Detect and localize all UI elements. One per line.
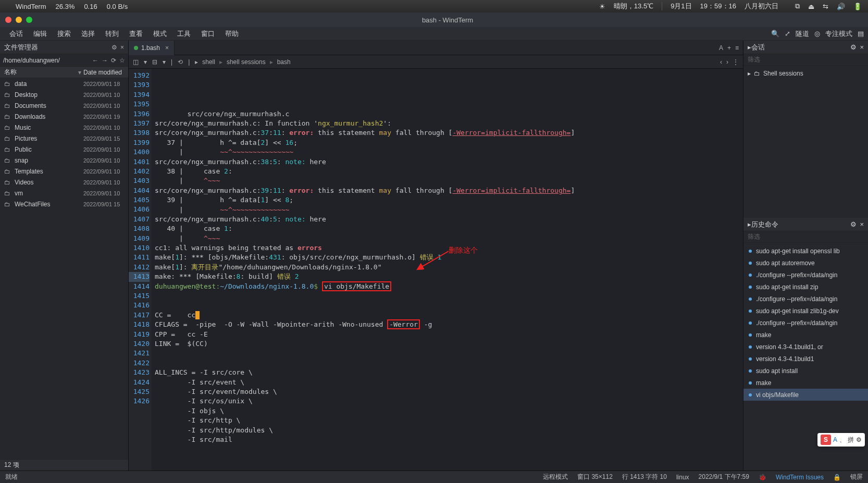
breadcrumb-item[interactable]: shell <box>202 58 215 66</box>
bookmark-icon[interactable]: ☆ <box>119 57 125 64</box>
tab-close-icon[interactable]: × <box>165 44 169 52</box>
history-item[interactable]: vi objs/Makefile <box>743 389 868 401</box>
nav-next-icon[interactable]: › <box>726 58 728 66</box>
code-area[interactable]: 删除这个 src/core/ngx_murmurhash.csrc/core/n… <box>152 69 743 470</box>
nav-prev-icon[interactable]: ‹ <box>720 58 722 66</box>
focus-mode-label[interactable]: 专注模式 <box>825 29 852 39</box>
file-row[interactable]: 🗀Templates2022/09/01 10 <box>0 166 128 177</box>
file-row[interactable]: 🗀Videos2022/09/01 10 <box>0 177 128 188</box>
back-icon[interactable]: ← <box>92 57 98 64</box>
history-item[interactable]: sudo apt-get install zip <box>743 281 868 293</box>
traffic-lights[interactable] <box>5 17 32 23</box>
battery-icon[interactable]: 🔋 <box>853 3 862 10</box>
file-list[interactable]: 🗀data2022/09/01 18🗀Desktop2022/09/01 10🗀… <box>0 78 128 459</box>
tab-font-btn[interactable]: A <box>719 44 723 52</box>
forward-icon[interactable]: → <box>102 57 108 64</box>
layout-icon[interactable]: ▤ <box>858 30 864 38</box>
ime-gear-icon[interactable]: ⚙ <box>856 436 862 443</box>
history-item[interactable]: ./configure --prefix=/data/ngin <box>743 269 868 281</box>
sync-icon[interactable]: ⇆ <box>823 3 828 10</box>
ime-mode: 拼 <box>848 436 854 444</box>
file-row[interactable]: 🗀Public2022/09/01 10 <box>0 144 128 155</box>
expand-icon[interactable]: ⤢ <box>785 30 790 38</box>
file-row[interactable]: 🗀Pictures2022/09/01 15 <box>0 133 128 144</box>
bug-icon[interactable]: 🐞 <box>759 474 766 481</box>
file-row[interactable]: 🗀Documents2022/09/01 10 <box>0 100 128 111</box>
eject-icon[interactable]: ⏏ <box>808 3 814 10</box>
more-icon[interactable]: ⋮ <box>733 58 739 66</box>
history-item[interactable]: version 4.3-4.1build1, or <box>743 341 868 353</box>
tunnel-label[interactable]: 隧道 <box>796 29 809 39</box>
history-item[interactable]: ./configure --prefix=/data/ngin <box>743 293 868 305</box>
history-item[interactable]: version 4.3-4.1build1 <box>743 353 868 365</box>
appmenu-item[interactable]: 会话 <box>4 29 28 39</box>
tab-menu-btn[interactable]: ≡ <box>735 44 739 52</box>
appmenu-item[interactable]: 查看 <box>124 29 148 39</box>
status-issues[interactable]: WindTerm Issues <box>776 474 824 481</box>
breadcrumb[interactable]: ▸shell▸shell sessions▸bash <box>195 58 290 66</box>
screen-icon[interactable]: ⧉ <box>795 2 800 10</box>
appmenu-item[interactable]: 帮助 <box>220 29 244 39</box>
panel-close-icon[interactable]: × <box>120 44 124 51</box>
editor-tabbar[interactable]: 1.bash × A + ≡ <box>129 41 743 55</box>
refresh-icon[interactable]: ⟲ <box>178 58 183 66</box>
gear-icon[interactable]: ⚙ <box>850 220 857 228</box>
sessions-folder[interactable]: ▸🗀 Shell sessions <box>743 68 868 79</box>
breadcrumb-item[interactable]: shell sessions <box>227 58 266 66</box>
col-name[interactable]: 名称 <box>0 68 78 77</box>
search-icon[interactable]: 🔍 <box>771 30 779 38</box>
file-row[interactable]: 🗀snap2022/09/01 10 <box>0 155 128 166</box>
menubar-date[interactable]: 9月1日 <box>671 2 691 11</box>
file-row[interactable]: 🗀WeChatFiles2022/09/01 15 <box>0 199 128 209</box>
history-item[interactable]: sudo apt-get install openssl lib <box>743 245 868 257</box>
appmenu-item[interactable]: 工具 <box>172 29 196 39</box>
appmenu-item[interactable]: 模式 <box>148 29 172 39</box>
split-h-icon[interactable]: ⊟ <box>152 58 157 66</box>
panel-close-icon[interactable]: × <box>860 220 864 228</box>
menubar-time[interactable]: 19：59：16 <box>700 2 736 11</box>
main-area: 文件管理器 ⚙ × ← → ⟳ ☆ 名称 ▾ Date modified 🗀da… <box>0 41 868 470</box>
history-item[interactable]: sudo apt-get install zlib1g-dev <box>743 305 868 317</box>
tab-bash[interactable]: 1.bash × <box>129 41 175 55</box>
path-input[interactable] <box>3 57 92 64</box>
breadcrumb-item[interactable]: bash <box>277 58 291 66</box>
col-date[interactable]: Date modified <box>83 69 128 76</box>
history-item[interactable]: make <box>743 377 868 389</box>
ime-float[interactable]: S A 、 拼 ⚙ <box>817 433 865 447</box>
status-mode[interactable]: 远程模式 <box>543 473 568 481</box>
history-item[interactable]: sudo apt install <box>743 365 868 377</box>
target-icon[interactable]: ◎ <box>814 30 820 38</box>
macos-menubar[interactable]: WindTerm 26.3% 0.16 0.0 B/s ☀ 晴朗，13.5℃ 9… <box>0 0 868 13</box>
refresh-icon[interactable]: ⟳ <box>111 57 116 64</box>
terminal-editor[interactable]: 1392139313941395139613971398139914001401… <box>129 69 743 470</box>
gear-icon[interactable]: ⚙ <box>850 43 857 51</box>
minimize-window-button[interactable] <box>16 17 22 23</box>
volume-icon[interactable]: 🔊 <box>837 3 845 10</box>
history-item[interactable]: make <box>743 329 868 341</box>
path-row[interactable]: ← → ⟳ ☆ <box>0 54 128 67</box>
file-row[interactable]: 🗀Desktop2022/09/01 10 <box>0 89 128 100</box>
file-row[interactable]: 🗀data2022/09/01 18 <box>0 78 128 89</box>
file-row[interactable]: 🗀Music2022/09/01 10 <box>0 122 128 133</box>
menubar-app[interactable]: WindTerm <box>16 3 46 10</box>
appmenu-item[interactable]: 编辑 <box>28 29 52 39</box>
appmenu-item[interactable]: 选择 <box>76 29 100 39</box>
history-filter[interactable]: 筛选 <box>743 231 868 243</box>
appmenu-item[interactable]: 转到 <box>100 29 124 39</box>
history-item[interactable]: sudo apt autoremove <box>743 257 868 269</box>
split-icon[interactable]: ◫ <box>133 58 139 66</box>
file-row[interactable]: 🗀vm2022/09/01 10 <box>0 188 128 199</box>
tab-add-btn[interactable]: + <box>727 44 731 52</box>
sessions-filter[interactable]: 筛选 <box>743 54 868 66</box>
panel-close-icon[interactable]: × <box>860 43 864 51</box>
status-lock[interactable]: 锁屏 <box>850 473 863 481</box>
gear-icon[interactable]: ⚙ <box>111 44 117 51</box>
file-row[interactable]: 🗀Downloads2022/09/01 19 <box>0 111 128 122</box>
close-window-button[interactable] <box>5 17 11 23</box>
maximize-window-button[interactable] <box>26 17 32 23</box>
file-columns-header[interactable]: 名称 ▾ Date modified <box>0 67 128 78</box>
appmenu-item[interactable]: 搜索 <box>52 29 76 39</box>
lock-icon[interactable]: 🔒 <box>833 474 841 481</box>
appmenu-item[interactable]: 窗口 <box>196 29 220 39</box>
history-item[interactable]: ./configure --prefix=/data/ngin <box>743 317 868 329</box>
